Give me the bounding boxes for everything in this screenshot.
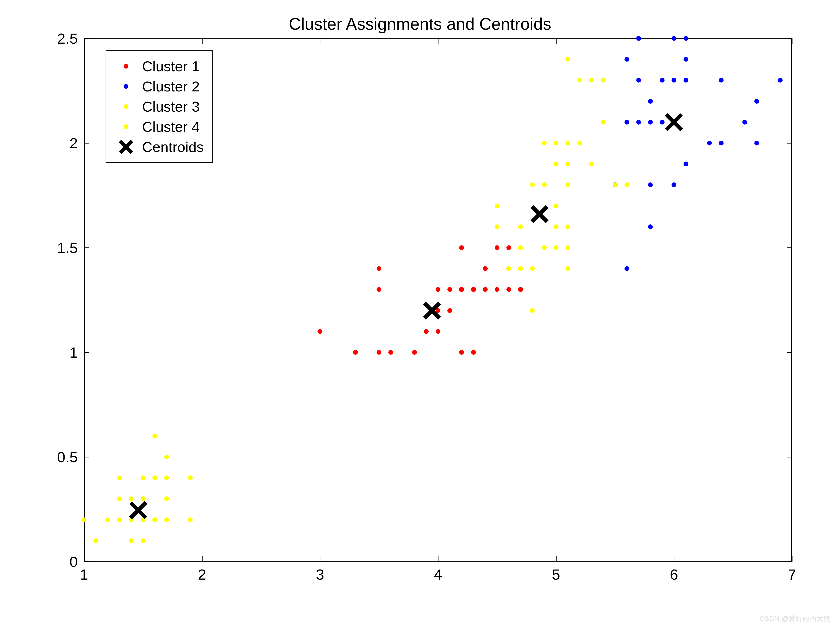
y-tick-mark (84, 143, 89, 144)
legend-entry: Cluster 1 (113, 56, 204, 76)
data-point (589, 161, 594, 166)
y-tick-label: 2 (69, 135, 78, 152)
data-point (719, 78, 723, 82)
data-point (719, 141, 723, 145)
data-point (565, 245, 570, 250)
x-tick-mark (320, 556, 321, 562)
centroid-marker (531, 205, 548, 223)
y-tick-mark (787, 457, 792, 458)
data-point (483, 266, 488, 271)
legend-label: Cluster 2 (139, 78, 200, 95)
data-point (388, 350, 393, 355)
data-point (601, 78, 606, 82)
data-point (436, 287, 441, 292)
y-tick-mark (84, 248, 89, 248)
legend-entry: Cluster 3 (113, 96, 204, 117)
data-point (636, 36, 641, 41)
legend-box: Cluster 1Cluster 2Cluster 3Cluster 4Cent… (106, 51, 213, 163)
x-tick-mark (792, 38, 793, 44)
data-point (377, 287, 381, 292)
legend-entry: Cluster 4 (113, 117, 204, 137)
data-point (518, 266, 523, 271)
data-point (554, 224, 559, 229)
x-tick-mark (556, 38, 557, 44)
data-point (660, 120, 665, 125)
x-tick-label: 1 (80, 566, 88, 583)
y-tick-label: 1 (69, 344, 78, 361)
data-point (554, 141, 559, 145)
data-point (624, 266, 629, 271)
data-point (459, 350, 464, 355)
data-point (164, 518, 169, 522)
legend-label: Cluster 1 (139, 58, 200, 75)
x-tick-mark (320, 38, 321, 44)
y-tick-mark (84, 561, 89, 562)
data-point (542, 245, 547, 250)
data-point (577, 78, 582, 82)
data-point (554, 245, 559, 250)
data-point (671, 182, 676, 187)
data-point (353, 350, 358, 355)
legend-x-icon (119, 140, 133, 154)
data-point (684, 78, 688, 82)
data-point (648, 182, 653, 187)
data-point (554, 161, 559, 166)
legend-entry: Centroids (113, 137, 204, 157)
data-point (518, 287, 523, 292)
data-point (495, 287, 499, 292)
data-point (141, 496, 145, 501)
x-tick-mark (792, 556, 793, 562)
data-point (117, 496, 122, 501)
y-tick-mark (84, 457, 89, 458)
data-point (565, 182, 570, 187)
data-point (530, 182, 535, 187)
data-point (565, 266, 570, 271)
data-point (436, 329, 441, 334)
legend-dot-icon (123, 64, 128, 69)
data-point (447, 287, 452, 292)
centroid-marker (423, 302, 441, 319)
data-point (152, 434, 157, 439)
data-point (317, 329, 322, 334)
data-point (141, 538, 145, 543)
x-tick-mark (438, 38, 439, 44)
data-point (117, 475, 122, 480)
data-point (188, 518, 193, 522)
data-point (495, 224, 499, 229)
data-point (542, 141, 547, 145)
x-tick-mark (84, 556, 84, 562)
data-point (507, 266, 511, 271)
data-point (105, 518, 110, 522)
y-tick-mark (84, 38, 89, 39)
y-tick-label: 0 (69, 553, 78, 570)
data-point (660, 78, 665, 82)
data-point (507, 287, 511, 292)
data-point (459, 245, 464, 250)
data-point (129, 538, 134, 543)
x-tick-label: 3 (316, 566, 324, 583)
data-point (82, 518, 87, 522)
y-tick-label: 2.5 (57, 30, 78, 47)
data-point (188, 475, 193, 480)
data-point (648, 120, 653, 125)
data-point (565, 224, 570, 229)
data-point (554, 204, 559, 208)
y-tick-mark (787, 561, 792, 562)
data-point (577, 141, 582, 145)
data-point (530, 266, 535, 271)
chart-title: Cluster Assignments and Centroids (0, 14, 840, 33)
data-point (636, 78, 641, 82)
data-point (707, 141, 712, 145)
y-tick-mark (84, 352, 89, 353)
x-tick-mark (674, 556, 674, 562)
data-point (671, 78, 676, 82)
x-tick-mark (556, 556, 557, 562)
x-tick-mark (84, 38, 84, 44)
data-point (471, 287, 476, 292)
data-point (648, 224, 653, 229)
data-point (495, 204, 499, 208)
data-point (613, 182, 617, 187)
data-point (483, 287, 488, 292)
data-point (624, 182, 629, 187)
data-point (459, 287, 464, 292)
